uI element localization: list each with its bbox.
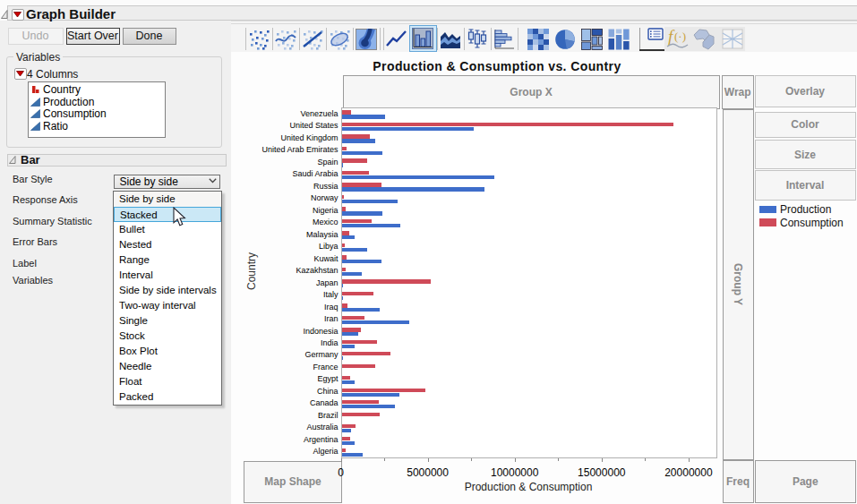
svg-text:(·): (·) [674, 30, 686, 43]
